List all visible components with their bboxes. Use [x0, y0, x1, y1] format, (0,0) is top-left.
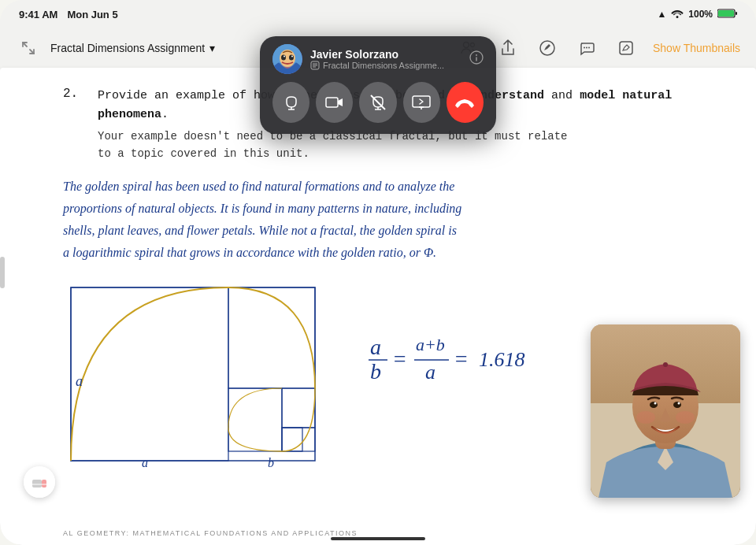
svg-point-46: [654, 402, 657, 405]
audio-button[interactable]: [272, 82, 309, 123]
svg-point-48: [636, 411, 655, 424]
doc-title-button[interactable]: Fractal Dimensions Assignment ▾: [50, 42, 215, 54]
question-number: 2.: [63, 87, 79, 163]
svg-point-55: [291, 56, 293, 57]
pencil-edit-button[interactable]: [613, 35, 639, 61]
signal-icon: ▲: [657, 9, 666, 20]
svg-rect-21: [282, 428, 315, 451]
svg-text:a+b: a+b: [416, 335, 445, 354]
svg-rect-65: [326, 98, 338, 107]
question-and: and: [544, 89, 580, 102]
comment-button[interactable]: [574, 35, 599, 61]
facetime-doc-name: Fractal Dimensions Assignme...: [323, 61, 444, 70]
svg-point-52: [281, 55, 286, 61]
markup-button[interactable]: [535, 35, 560, 61]
status-bar-left: 9:41 AM Mon Jun 5: [19, 9, 118, 20]
battery-label: 100%: [688, 9, 713, 20]
facetime-name: Javier Solorzano: [310, 48, 461, 61]
svg-text:1.618: 1.618: [479, 348, 525, 371]
svg-point-54: [284, 56, 285, 57]
svg-point-44: [650, 402, 658, 408]
svg-rect-69: [413, 96, 430, 107]
chevron-down-icon: ▾: [209, 42, 215, 54]
share-button[interactable]: [495, 35, 521, 61]
mute-button[interactable]: [359, 82, 396, 123]
svg-point-45: [673, 402, 681, 408]
status-bar: 9:41 AM Mon Jun 5 ▲ 100%: [0, 0, 756, 28]
status-bar-right: ▲ 100%: [657, 9, 737, 20]
wifi-icon: [671, 9, 684, 20]
end-call-button[interactable]: [447, 82, 484, 123]
toolbar-right: Show Thumbnails: [456, 35, 740, 61]
facetime-overlay: Javier Solorzano Fractal Dimensions Assi…: [260, 36, 496, 134]
handwritten-answer: The golden spiral has been used to find …: [63, 176, 709, 264]
svg-point-53: [289, 55, 294, 61]
date: Mon Jun 5: [67, 9, 117, 20]
screen-share-button[interactable]: [403, 82, 440, 123]
facetime-info: Javier Solorzano Fractal Dimensions Assi…: [310, 48, 461, 70]
svg-text:b: b: [268, 456, 274, 469]
svg-rect-17: [71, 287, 228, 461]
home-indicator: [331, 537, 425, 540]
svg-point-14: [588, 47, 590, 49]
svg-rect-16: [71, 287, 315, 461]
video-button[interactable]: [316, 82, 353, 123]
svg-text:a: a: [76, 373, 83, 389]
self-video-frame: [591, 324, 740, 498]
svg-text:a: a: [142, 456, 148, 469]
svg-text:a: a: [370, 335, 381, 359]
svg-point-13: [586, 47, 587, 49]
svg-rect-2: [736, 12, 737, 15]
doc-title-text: Fractal Dimensions Assignment: [50, 42, 205, 54]
svg-point-49: [676, 411, 695, 424]
spiral-diagram: a a b: [63, 280, 331, 469]
svg-text:=: =: [392, 347, 407, 371]
svg-rect-35: [32, 480, 42, 488]
formula-area: a b = a+b a = 1.618: [362, 280, 536, 390]
facetime-doc: Fractal Dimensions Assignme...: [310, 61, 461, 70]
svg-rect-15: [620, 42, 632, 54]
svg-rect-36: [42, 480, 46, 488]
self-video: [591, 324, 740, 498]
toolbar-left: Fractal Dimensions Assignment ▾: [16, 35, 215, 61]
svg-point-61: [476, 54, 477, 56]
svg-text:a: a: [425, 361, 435, 384]
svg-rect-22: [282, 428, 302, 451]
svg-point-43: [663, 362, 668, 367]
eraser-tool[interactable]: [24, 466, 55, 498]
page-label: AL GEOMETRY: MATHEMATICAL FOUNDATIONS AN…: [63, 529, 358, 537]
facetime-header: Javier Solorzano Fractal Dimensions Assi…: [272, 44, 484, 74]
svg-text:b: b: [370, 359, 381, 384]
resize-handle[interactable]: [0, 257, 5, 288]
collapse-button[interactable]: [16, 35, 41, 61]
svg-point-47: [678, 402, 680, 405]
facetime-controls: [272, 82, 484, 123]
question-period: .: [161, 108, 169, 121]
svg-rect-1: [718, 10, 734, 17]
time: 9:41 AM: [19, 9, 57, 20]
battery-icon: [717, 9, 737, 20]
svg-rect-20: [282, 388, 315, 428]
svg-point-12: [584, 47, 585, 49]
svg-rect-18: [228, 287, 315, 388]
ipad-frame: 9:41 AM Mon Jun 5 ▲ 100% Fractal Dimensi…: [0, 0, 756, 545]
facetime-info-button[interactable]: [469, 50, 484, 69]
facetime-avatar: [272, 44, 302, 74]
svg-text:=: =: [454, 347, 469, 371]
show-thumbnails-button[interactable]: Show Thumbnails: [653, 42, 740, 54]
